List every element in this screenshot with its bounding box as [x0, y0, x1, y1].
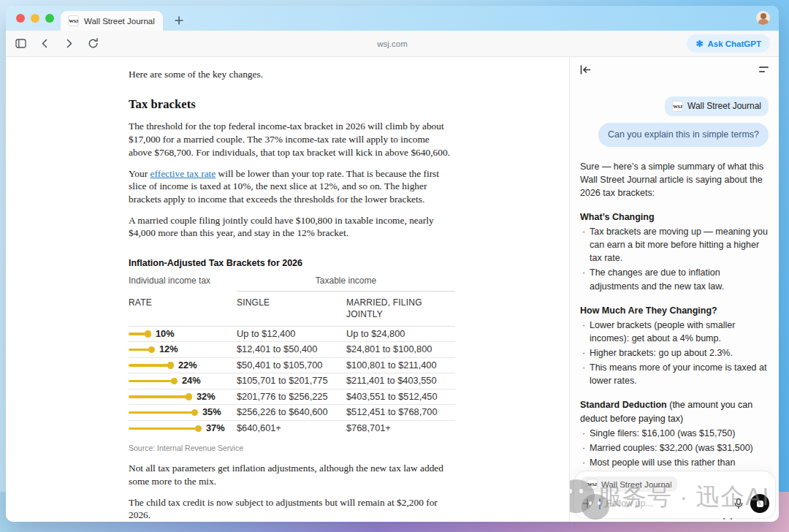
tab-wall-street-journal[interactable]: WSJ Wall Street Journal	[61, 11, 163, 31]
rate-label: 10%	[156, 328, 175, 341]
zoom-window-button[interactable]	[45, 14, 54, 23]
table-group-left: Individual income tax	[129, 276, 237, 292]
single-range: $50,401 to $105,700	[237, 360, 346, 372]
article-body: Here are some of the key changes. Tax br…	[129, 60, 455, 522]
married-range: $403,551 to $512,450	[346, 391, 455, 403]
attach-plus-icon[interactable]	[582, 498, 593, 509]
minimize-window-button[interactable]	[31, 14, 39, 23]
effective-tax-rate-link[interactable]: effective tax rate	[150, 168, 216, 179]
chat-section: Standard Deduction (the amount you can d…	[580, 398, 769, 482]
col-header-rate: RATE	[129, 297, 237, 321]
chat-section-bullets: Lower brackets (people with smaller inco…	[580, 319, 769, 388]
chat-bullet: Married couples: $32,200 (was $31,500)	[580, 441, 769, 455]
table-row: 32% $201,776 to $256,225 $403,551 to $51…	[129, 390, 455, 406]
user-message-bubble: Can you explain this in simple terms?	[598, 123, 769, 146]
avatar-face	[761, 13, 766, 19]
chat-bullet: Lower brackets (people with smaller inco…	[580, 319, 769, 345]
article-paragraph: Here are some of the key changes.	[129, 68, 455, 81]
rate-label: 12%	[159, 343, 178, 356]
rate-bar	[129, 395, 188, 398]
chat-composer: WSJ Wall Street Journal Follow up...	[574, 471, 775, 518]
rate-label: 37%	[206, 422, 225, 435]
address-url[interactable]: wsj.com	[6, 39, 779, 48]
ask-chatgpt-button[interactable]: ✻ Ask ChatGPT	[687, 34, 770, 53]
married-range: $768,701+	[346, 422, 455, 435]
openai-logo-icon: ✻	[695, 39, 703, 48]
chat-section-bullets: Tax brackets are moving up — meaning you…	[580, 225, 769, 293]
wsj-favicon: WSJ	[68, 15, 79, 26]
back-icon[interactable]	[39, 37, 51, 50]
wsj-favicon: WSJ	[672, 101, 683, 112]
table-row: 35% $256,226 to $640,600 $512,451 to $76…	[129, 405, 455, 421]
article-paragraph: A married couple filing jointly could ha…	[129, 214, 455, 240]
rate-bar	[129, 349, 151, 352]
single-range: $12,401 to $50,400	[237, 343, 346, 356]
single-range: $105,701 to $201,775	[237, 375, 346, 387]
sidebar-toggle-icon[interactable]	[15, 37, 27, 50]
tax-bracket-table: Inflation-Adjusted Tax Brackets for 2026…	[129, 257, 455, 454]
text-cursor	[599, 498, 601, 509]
chat-section-heading: What’s Changing	[580, 210, 769, 224]
rate-bar	[129, 364, 170, 367]
article-paragraph: Not all tax parameters get inflation adj…	[129, 462, 455, 487]
chat-menu-icon[interactable]	[759, 66, 769, 72]
married-range: $24,801 to $100,800	[346, 343, 455, 356]
new-tab-button[interactable]	[172, 14, 186, 27]
single-range: $201,776 to $256,225	[237, 391, 346, 403]
table-group-right: Taxable income	[237, 276, 455, 292]
article-paragraph: The threshold for the top federal income…	[129, 120, 455, 159]
table-header-row: RATE SINGLE MARRIED, FILING JOINTLY	[129, 292, 455, 327]
married-range: $100,801 to $211,400	[346, 360, 455, 372]
table-row: 10% Up to $12,400 Up to $24,800	[129, 327, 455, 343]
profile-avatar[interactable]	[756, 11, 770, 25]
table-row: 12% $12,401 to $50,400 $24,801 to $100,8…	[129, 342, 455, 358]
section-heading-tax-brackets: Tax brackets	[129, 96, 455, 113]
col-header-single: SINGLE	[237, 297, 346, 321]
composer-context-chip[interactable]: WSJ Wall Street Journal	[581, 476, 677, 492]
chat-bullet: Higher brackets: go up about 2.3%.	[580, 346, 769, 360]
tax-table-rows: 10% Up to $12,400 Up to $24,800 12% $12,…	[129, 327, 455, 437]
table-row: 37% $640,601+ $768,701+	[129, 421, 455, 437]
microphone-icon[interactable]	[733, 498, 744, 509]
married-range: $211,401 to $403,550	[346, 375, 455, 387]
tab-strip: WSJ Wall Street Journal	[6, 6, 779, 31]
chat-section: How Much Are They Changing? Lower bracke…	[580, 304, 769, 388]
forward-icon[interactable]	[63, 37, 75, 50]
single-range: $256,226 to $640,600	[237, 406, 346, 419]
chat-bullet: The changes are due to inflation adjustm…	[580, 266, 769, 292]
chat-section: What’s Changing Tax brackets are moving …	[580, 210, 769, 293]
rate-bar	[129, 428, 198, 430]
single-range: $640,601+	[237, 422, 346, 435]
table-title: Inflation-Adjusted Tax Brackets for 2026	[129, 257, 455, 270]
rate-bar	[129, 332, 148, 335]
collapse-sidebar-icon[interactable]	[580, 65, 591, 75]
browser-toolbar: wsj.com ✻ Ask ChatGPT	[6, 31, 779, 57]
chat-conversation: WSJ Wall Street Journal Can you explain …	[570, 57, 779, 522]
chat-bullet: Single filers: $16,100 (was $15,750)	[580, 427, 769, 440]
rate-label: 24%	[182, 375, 201, 387]
followup-input[interactable]: Follow up...	[606, 498, 727, 509]
reload-icon[interactable]	[87, 37, 99, 50]
rate-label: 32%	[197, 391, 216, 403]
rate-label: 22%	[178, 360, 197, 372]
married-range: Up to $24,800	[346, 328, 455, 341]
page-content: Here are some of the key changes. Tax br…	[6, 57, 569, 522]
close-window-button[interactable]	[16, 14, 25, 23]
married-range: $512,451 to $768,700	[346, 406, 455, 419]
context-chip-wsj[interactable]: WSJ Wall Street Journal	[665, 96, 769, 116]
article-paragraph: Your effective tax rate will be lower th…	[129, 167, 455, 206]
rate-label: 35%	[202, 406, 221, 419]
rate-bar	[129, 380, 174, 383]
chat-section-heading: Standard Deduction (the amount you can d…	[580, 398, 769, 425]
chat-section-heading: How Much Are They Changing?	[580, 304, 769, 317]
col-header-married: MARRIED, FILING JOINTLY	[346, 297, 455, 321]
chatgpt-sidebar: WSJ Wall Street Journal Can you explain …	[569, 57, 779, 522]
browser-window: WSJ Wall Street Journal wsj.com	[6, 6, 779, 522]
table-row: 24% $105,701 to $201,775 $211,401 to $40…	[129, 373, 455, 390]
avatar-shoulders	[758, 19, 769, 25]
article-paragraph: The child tax credit is now subject to a…	[129, 496, 455, 522]
stop-generating-button[interactable]	[750, 494, 769, 513]
assistant-reply-intro: Sure — here’s a simple summary of what t…	[580, 160, 769, 200]
chat-bullet: This means more of your income is taxed …	[580, 361, 769, 387]
wsj-favicon: WSJ	[587, 479, 598, 490]
